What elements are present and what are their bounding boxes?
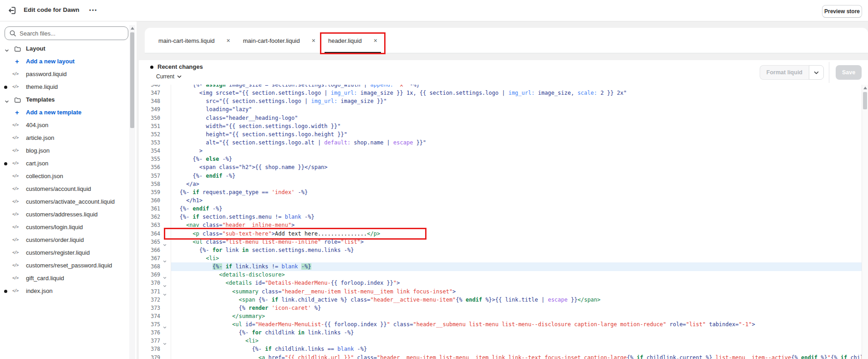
sidebar-item-customers-order-liquid[interactable]: </>customers/order.liquid (0, 234, 128, 246)
code-line-349[interactable]: 349 loading="lazy" (139, 105, 862, 114)
code-line-355[interactable]: 355 {%- else -%} (139, 155, 862, 164)
code-scrollbar-thumb[interactable] (863, 92, 867, 109)
code-line-375[interactable]: 375 <ul id="HeaderMenu-MenuList-{{ forlo… (139, 320, 862, 329)
line-number: 358 (139, 181, 160, 187)
fold-chevron-icon[interactable] (163, 356, 167, 359)
tab-main-cart-footer-liquid[interactable]: main-cart-footer.liquid× (237, 28, 322, 53)
line-number: 361 (139, 205, 160, 212)
tab-main-cart-items-liquid[interactable]: main-cart-items.liquid× (152, 28, 237, 53)
code-line-354[interactable]: 354 > (139, 147, 862, 155)
format-liquid-caret-button[interactable] (809, 65, 824, 80)
line-number: 370 (139, 280, 160, 286)
editor-card: Recent changes Current Format liquid Sav… (139, 60, 868, 359)
code-text: <li> (173, 255, 219, 262)
sidebar-scrollbar-thumb[interactable] (130, 32, 134, 128)
sidebar-item-index-json[interactable]: </>index.json (0, 285, 128, 297)
code-line-351[interactable]: 351 width="{{ section.settings.logo.widt… (139, 122, 862, 131)
tab-label: main-cart-items.liquid (158, 37, 215, 44)
code-text: <span class="h2">{{ shop.name }}</span> (173, 164, 328, 171)
chevron-down-icon[interactable] (5, 46, 9, 55)
sidebar-item-theme-liquid[interactable]: </>theme.liquid (0, 81, 128, 93)
code-line-353[interactable]: 353 alt="{{ section.settings.logo.alt | … (139, 138, 862, 147)
folder-icon (14, 97, 21, 105)
code-line-362[interactable]: 362 {%- if section.settings.menu != blan… (139, 213, 862, 221)
version-dropdown[interactable]: Current (156, 72, 182, 81)
file-sidebar: Layout+Add a new layout</>password.liqui… (0, 21, 137, 359)
code-line-373[interactable]: 373 {% render 'icon-caret' %} (139, 304, 862, 313)
code-line-374[interactable]: 374 </summary> (139, 312, 862, 321)
item-label: customers/reset_password.liquid (26, 262, 112, 269)
sidebar-folder-templates[interactable]: Templates (0, 93, 128, 106)
sidebar-item-blog-json[interactable]: </>blog.json (0, 144, 128, 157)
code-scrollbar[interactable] (862, 85, 868, 359)
code-line-367[interactable]: 367 <li> (139, 254, 862, 263)
tab-close-icon[interactable]: × (312, 37, 315, 44)
code-line-356[interactable]: 356 <span class="h2">{{ shop.name }}</sp… (139, 163, 862, 172)
code-line-358[interactable]: 358 </a> (139, 180, 862, 189)
code-text: {%- assign image_size = section.settings… (173, 85, 420, 88)
code-line-352[interactable]: 352 height="{{ section.settings.logo.hei… (139, 130, 862, 139)
tab-strip: main-cart-items.liquid×main-cart-footer.… (145, 28, 868, 53)
sidebar-item-customers-register-liquid[interactable]: </>customers/register.liquid (0, 246, 128, 259)
code-line-365[interactable]: 365 <ul class="list-menu list-menu--inli… (139, 238, 862, 246)
code-line-348[interactable]: 348 src="{{ section.settings.logo | img_… (139, 97, 862, 106)
item-label: customers/order.liquid (26, 236, 84, 243)
code-text: {%- if childlink.links == blank -%} (173, 346, 367, 353)
code-line-366[interactable]: 366 {%- for link in section.settings.men… (139, 246, 862, 255)
code-line-357[interactable]: 357 {%- endif -%} (139, 172, 862, 180)
tab-close-icon[interactable]: × (227, 37, 230, 44)
sidebar-item-customers-activate-account-liquid[interactable]: </>customers/activate_account.liquid (0, 195, 128, 208)
code-editor[interactable]: 346 {%- assign image_size = section.sett… (139, 85, 868, 359)
sidebar-item-customers-addresses-liquid[interactable]: </>customers/addresses.liquid (0, 208, 128, 221)
sidebar-add-add-a-new-template[interactable]: +Add a new template (0, 106, 128, 119)
code-line-378[interactable]: 378 {%- if childlink.links == blank -%} (139, 345, 862, 354)
code-line-369[interactable]: 369 <details-disclosure> (139, 271, 862, 279)
item-label: index.json (26, 287, 53, 294)
tab-header-liquid[interactable]: header.liquid× (322, 28, 384, 53)
sidebar-scrollbar[interactable] (129, 25, 135, 359)
sidebar-item-404-json[interactable]: </>404.json (0, 119, 128, 132)
code-line-361[interactable]: 361 {%- endif -%} (139, 205, 862, 213)
code-line-350[interactable]: 350 class="header__heading-logo" (139, 114, 862, 123)
format-liquid-button[interactable]: Format liquid (760, 65, 809, 80)
sidebar-folder-layout[interactable]: Layout (0, 42, 128, 55)
line-number: 352 (139, 131, 160, 138)
sidebar-item-customers-reset-password-liquid[interactable]: </>customers/reset_password.liquid (0, 259, 128, 272)
code-text: {%- else -%} (173, 156, 232, 163)
code-line-368[interactable]: 368 {%- if link.links != blank -%} (139, 262, 862, 271)
sidebar-item-customers-login-liquid[interactable]: </>customers/login.liquid (0, 221, 128, 234)
editor-toolbar: Recent changes Current Format liquid Sav… (139, 60, 868, 85)
code-file-icon: </> (12, 186, 18, 191)
modified-dot (4, 86, 7, 89)
code-line-379[interactable]: 379 <a href="{{ childlink.url }}" class=… (139, 354, 862, 359)
code-line-371[interactable]: 371 <summary class="header__menu-item li… (139, 287, 862, 296)
code-text: alt="{{ section.settings.logo.alt | defa… (173, 139, 426, 146)
search-files-input[interactable] (20, 27, 124, 39)
sidebar-item-collection-json[interactable]: </>collection.json (0, 170, 128, 183)
preview-store-button[interactable]: Preview store (822, 5, 862, 18)
code-line-347[interactable]: 347 <img srcset="{{ section.settings.log… (139, 89, 862, 97)
code-line-360[interactable]: 360 </h1> (139, 196, 862, 205)
code-line-377[interactable]: 377 <li> (139, 337, 862, 345)
code-text: <img srcset="{{ section.settings.logo | … (173, 90, 627, 97)
code-line-376[interactable]: 376 {%- for childlink in link.links -%} (139, 328, 862, 337)
page-title: Edit code for Dawn (24, 6, 79, 13)
tab-close-icon[interactable]: × (374, 37, 377, 44)
sidebar-item-customers-account-liquid[interactable]: </>customers/account.liquid (0, 183, 128, 195)
sidebar-item-gift-card-liquid[interactable]: </>gift_card.liquid (0, 272, 128, 285)
code-line-372[interactable]: 372 <span {%- if link.child_active %} cl… (139, 296, 862, 304)
sidebar-item-cart-json[interactable]: </>cart.json (0, 157, 128, 170)
code-line-370[interactable]: 370 <details id="Details-HeaderMenu-{{ f… (139, 279, 862, 287)
code-text: <summary class="header__menu-item list-m… (173, 288, 456, 295)
sidebar-item-password-liquid[interactable]: </>password.liquid (0, 68, 128, 81)
chevron-down-icon[interactable] (5, 97, 9, 106)
save-button[interactable]: Save (836, 65, 862, 80)
code-line-359[interactable]: 359 {%- if request.page_type == 'index' … (139, 188, 862, 197)
code-text: {%- for childlink in link.links -%} (173, 329, 354, 336)
overflow-menu-button[interactable]: ••• (86, 5, 100, 16)
exit-code-editor-button[interactable] (5, 4, 19, 18)
code-line-364[interactable]: 364 <p class="sub-text-here">Add text he… (139, 230, 862, 238)
sidebar-item-article-json[interactable]: </>article.json (0, 132, 128, 144)
code-line-363[interactable]: 363 <nav class="header__inline-menu"> (139, 221, 862, 230)
sidebar-add-add-a-new-layout[interactable]: +Add a new layout (0, 55, 128, 68)
